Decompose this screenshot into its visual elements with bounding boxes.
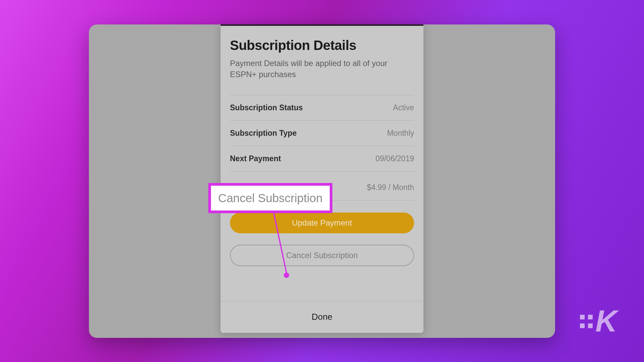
update-payment-button[interactable]: Update Payment <box>230 213 414 233</box>
subscription-details-modal: Subscription Details Payment Details wil… <box>221 24 424 333</box>
next-payment-row: Next Payment 09/06/2019 <box>230 146 414 171</box>
done-button[interactable]: Done <box>312 312 332 322</box>
subscription-type-value: Monthly <box>387 129 414 138</box>
annotation-dot <box>284 273 289 278</box>
subscription-status-row: Subscription Status Active <box>230 95 414 120</box>
subscription-type-label: Subscription Type <box>230 129 297 138</box>
cancel-subscription-button[interactable]: Cancel Subscription <box>230 245 414 266</box>
modal-footer: Done <box>221 301 424 333</box>
modal-body: Subscription Details Payment Details wil… <box>221 26 424 266</box>
watermark-logo: K <box>580 304 617 339</box>
price-value: $4.99 / Month <box>367 183 414 192</box>
subscription-status-value: Active <box>393 103 414 112</box>
logo-dots-icon <box>580 315 593 328</box>
modal-title: Subscription Details <box>230 38 414 53</box>
next-payment-label: Next Payment <box>230 154 281 163</box>
subscription-type-row: Subscription Type Monthly <box>230 120 414 146</box>
subscription-status-label: Subscription Status <box>230 103 303 112</box>
annotation-callout-text: Cancel Subscription <box>218 191 322 205</box>
next-payment-value: 09/06/2019 <box>375 154 414 163</box>
logo-letter: K <box>595 304 617 339</box>
annotation-callout: Cancel Subscription <box>208 183 332 213</box>
modal-subtitle: Payment Details will be applied to all o… <box>230 58 414 80</box>
screenshot-frame: Subscription Details Payment Details wil… <box>89 24 555 338</box>
